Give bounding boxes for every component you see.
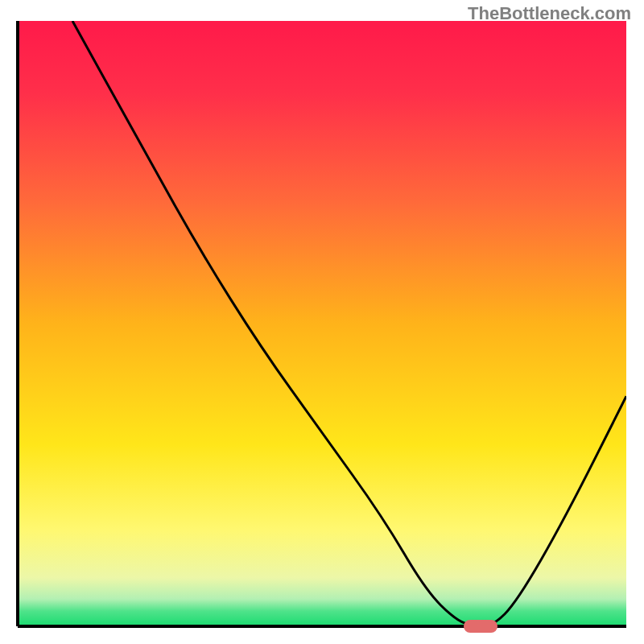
chart-container: TheBottleneck.com	[0, 0, 644, 644]
bottleneck-chart	[0, 0, 644, 644]
optimal-marker	[464, 620, 497, 633]
watermark-text: TheBottleneck.com	[468, 3, 631, 24]
gradient-background	[18, 21, 626, 626]
